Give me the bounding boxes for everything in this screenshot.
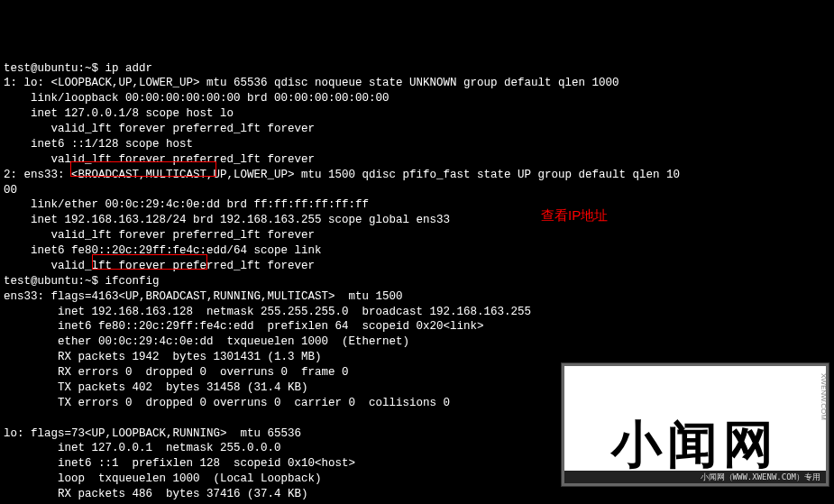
annotation-label: 查看IP地址 [541, 206, 608, 225]
watermark-title: 小闻网 [564, 419, 826, 470]
watermark-bar: 小闻网（WWW.XWENW.COM）专用 [564, 471, 826, 483]
watermark-side: XWENW.COM [818, 373, 828, 420]
watermark-badge: XWENW.COM 小闻网 XWENW.COM 小闻网（WWW.XWENW.CO… [562, 363, 829, 486]
